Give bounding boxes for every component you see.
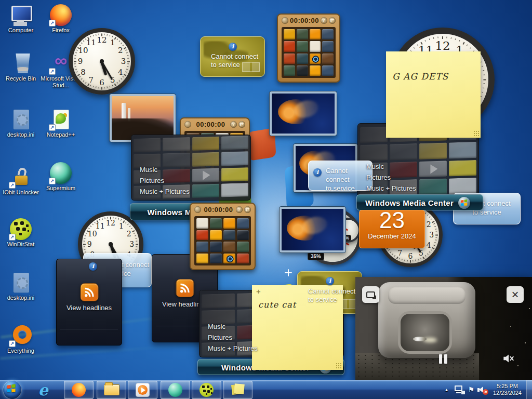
weather-error-line2: to service [211, 61, 258, 69]
desktop-icon-recycle-bin[interactable]: Recycle Bin [1, 52, 41, 82]
windirstat-icon [200, 383, 214, 397]
shortcut-arrow-icon [49, 178, 56, 184]
puzzle-shuffle-icon[interactable]: ⇄ [244, 206, 251, 213]
system-tray: ▲ ⚑ ✕ 5:25 PM 12/23/2024 [441, 380, 532, 399]
pause-icon[interactable] [439, 354, 442, 364]
video-machine [378, 282, 475, 358]
taskbar-windows-media-player[interactable] [128, 381, 157, 399]
picture-in-picture-button[interactable] [362, 286, 379, 303]
puzzle-shuffle-icon[interactable]: ⇄ [329, 17, 336, 24]
recycle-bin-icon [10, 52, 32, 74]
connect-error-toast[interactable]: i Cannot connect to service [308, 161, 373, 191]
desktop-icon-firefox[interactable]: Firefox [41, 4, 81, 34]
everything-icon [10, 325, 32, 347]
resize-grip[interactable] [473, 130, 479, 136]
desktop-icon-desktop-ini-2[interactable]: desktop.ini [1, 272, 41, 301]
taskbar-windows-explorer[interactable] [97, 381, 126, 399]
tray-clock[interactable]: 5:25 PM 12/23/2024 [493, 383, 522, 396]
wmc-menu-pictures[interactable]: Pictures [140, 177, 190, 184]
desktop-icon-notepad-plus-plus[interactable]: Notepad++ [41, 109, 81, 138]
shortcut-arrow-icon [9, 182, 16, 189]
firefox-icon [72, 383, 86, 397]
toast-error-line2: to service [326, 184, 372, 193]
toast-error-line1: Cannot connect [326, 166, 372, 184]
video-overlay[interactable]: × [355, 277, 532, 380]
taskbar-windirstat[interactable] [192, 381, 221, 399]
info-icon: i [229, 43, 237, 51]
ini-file-icon [10, 272, 32, 294]
wmc-menu-music-pictures[interactable]: Music + Pictures [366, 184, 416, 192]
puzzle-timer: 00:00:00 [201, 206, 236, 214]
supermium-icon [168, 383, 182, 397]
shortcut-arrow-icon [9, 340, 16, 347]
windirstat-icon [10, 218, 32, 240]
weather-gadget[interactable]: i Cannot connectto service [200, 36, 265, 77]
wmc-menu-pictures[interactable]: Pictures [366, 174, 416, 181]
lighthouse-photo [112, 96, 174, 140]
puzzle-help-icon[interactable]: ? [321, 17, 327, 24]
picture-puzzle-gadget[interactable]: 00:00:00 ? ⇄ [277, 14, 340, 83]
desktop-icon-computer[interactable]: Computer [1, 4, 41, 34]
taskbar-firefox[interactable] [64, 381, 94, 399]
puzzle-help-icon[interactable]: ? [230, 121, 237, 128]
rss-icon [176, 279, 194, 297]
resize-grip[interactable] [336, 363, 341, 368]
wmc-menu-music[interactable]: Music [366, 163, 416, 170]
puzzle-clock-icon[interactable] [282, 17, 288, 24]
cpu-percent: 35% [308, 252, 324, 260]
wmc-menu-music-pictures[interactable]: Music + Pictures [208, 344, 258, 352]
firefox-icon [50, 4, 72, 26]
start-button[interactable] [3, 380, 22, 399]
network-icon[interactable] [454, 384, 465, 395]
picture-puzzle-gadget-3[interactable]: 00:00:00 ? ⇄ [190, 203, 256, 270]
taskbar-sticky-notes[interactable] [223, 381, 252, 399]
sticky-notes-icon [231, 383, 245, 396]
puzzle-shuffle-icon[interactable]: ⇄ [238, 121, 245, 128]
pause-icon[interactable] [444, 354, 447, 364]
jellyfish-photo [282, 209, 343, 250]
calendar-gadget[interactable]: 23 December 2024 [359, 210, 425, 248]
info-icon: i [313, 168, 322, 177]
weather-error-line1: Cannot connect [308, 287, 355, 296]
wmc-menu-pictures[interactable]: Pictures [208, 334, 258, 341]
puzzle-clock-icon[interactable] [194, 206, 201, 213]
action-center-flag-icon[interactable]: ⚑ [468, 385, 474, 394]
taskbar-supermium[interactable] [161, 381, 190, 399]
puzzle-grid[interactable] [282, 27, 336, 78]
notepad-plus-plus-icon [50, 109, 72, 130]
puzzle-clock-icon[interactable] [184, 121, 191, 128]
show-hidden-icons-button[interactable]: ▲ [444, 388, 448, 392]
wallpaper-sparkle [285, 269, 292, 276]
wmc-menu-music[interactable]: Music [208, 323, 258, 330]
note-add-button[interactable]: + [256, 287, 261, 296]
media-center-gadget[interactable]: Music Pictures Music + Pictures [131, 135, 251, 201]
muted-speaker-icon[interactable] [501, 352, 515, 367]
pop-out-icon [366, 291, 375, 298]
calendar-day: 23 [360, 208, 424, 232]
volume-muted-icon[interactable]: ✕ [477, 384, 488, 395]
puzzle-grid[interactable] [194, 216, 251, 265]
rss-feed-gadget[interactable]: View headlines [56, 259, 122, 345]
info-icon: i [89, 262, 97, 271]
slideshow-gadget-jellyfish[interactable] [270, 91, 337, 136]
wmc-menu-music-pictures[interactable]: Music + Pictures [140, 188, 190, 195]
show-desktop-button[interactable] [526, 380, 532, 399]
taskbar-internet-explorer[interactable]: e [32, 380, 55, 399]
desktop-icon-desktop-ini[interactable]: desktop.ini [1, 109, 41, 138]
rss-view-headlines[interactable]: View headlines [57, 304, 122, 312]
clock-gadget-top-left[interactable]: 121234567891011 [69, 28, 135, 95]
media-player-icon [136, 383, 150, 397]
video-close-button[interactable]: × [507, 286, 524, 303]
sticky-note-text[interactable]: cute cat [258, 300, 296, 310]
sticky-note-gadget[interactable]: G AG DETS [386, 51, 481, 138]
puzzle-help-icon[interactable]: ? [236, 206, 243, 213]
jellyfish-photo [272, 94, 335, 134]
slideshow-gadget-jellyfish-3[interactable] [280, 207, 345, 252]
desktop-icon-everything[interactable]: Everything [1, 325, 41, 354]
puzzle-timer: 00:00:00 [288, 17, 321, 24]
desktop-icon-iobit-unlocker[interactable]: IObit Unlocker [1, 166, 41, 196]
wmc-menu-music[interactable]: Music [140, 166, 190, 174]
desktop-icon-windirstat[interactable]: WinDirStat [1, 218, 41, 248]
desktop-icon-supermium[interactable]: Supermium [41, 162, 81, 192]
sticky-note-text[interactable]: G AG DETS [392, 71, 448, 82]
